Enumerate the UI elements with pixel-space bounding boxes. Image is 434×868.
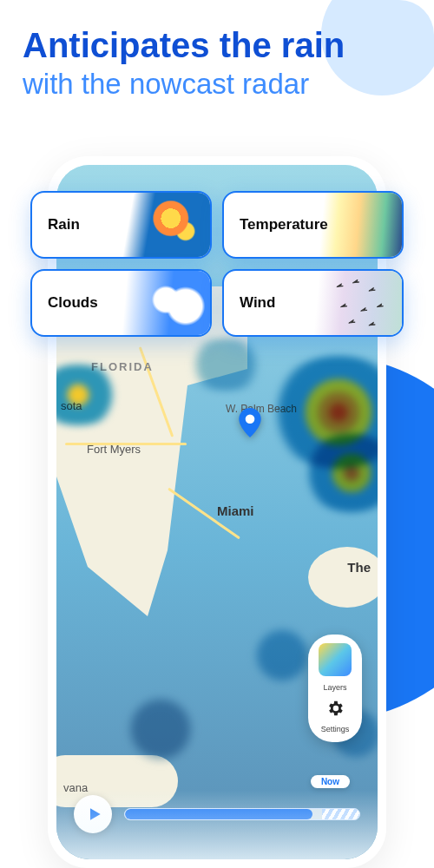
svg-point-0 xyxy=(246,414,255,424)
city-label: Fort Myers xyxy=(87,443,141,456)
bottom-fade xyxy=(56,790,378,859)
settings-label: Settings xyxy=(321,725,350,733)
hero-title: Anticipates the rain xyxy=(23,26,411,64)
now-chip[interactable]: Now xyxy=(311,775,350,788)
map-controls-panel: Layers Settings xyxy=(308,635,362,742)
radar-cell xyxy=(169,339,282,391)
radar-cell xyxy=(108,694,213,764)
layers-label: Layers xyxy=(323,683,346,692)
location-marker-icon[interactable] xyxy=(239,408,261,431)
layer-card-rain[interactable]: Rain xyxy=(30,191,212,259)
clouds-preview xyxy=(112,271,210,335)
city-label: Miami xyxy=(217,503,254,518)
layer-card-temperature[interactable]: Temperature xyxy=(222,191,404,259)
layer-card-clouds[interactable]: Clouds xyxy=(30,269,212,337)
hero-header: Anticipates the rain with the nowcast ra… xyxy=(0,0,434,101)
land-bahamas xyxy=(308,547,378,608)
city-label: The xyxy=(347,560,371,575)
layer-label: Temperature xyxy=(240,216,328,233)
rain-preview xyxy=(112,193,210,257)
layer-card-wind[interactable]: Wind xyxy=(222,269,404,337)
settings-button[interactable] xyxy=(326,699,345,718)
layer-label: Rain xyxy=(48,216,80,233)
wind-preview xyxy=(304,271,402,335)
layer-label: Clouds xyxy=(48,294,98,312)
layer-cards: Rain Temperature Clouds Wind xyxy=(30,191,404,337)
hero-subtitle: with the nowcast radar xyxy=(23,68,411,101)
layers-button[interactable] xyxy=(319,643,352,676)
layer-label: Wind xyxy=(240,294,275,312)
